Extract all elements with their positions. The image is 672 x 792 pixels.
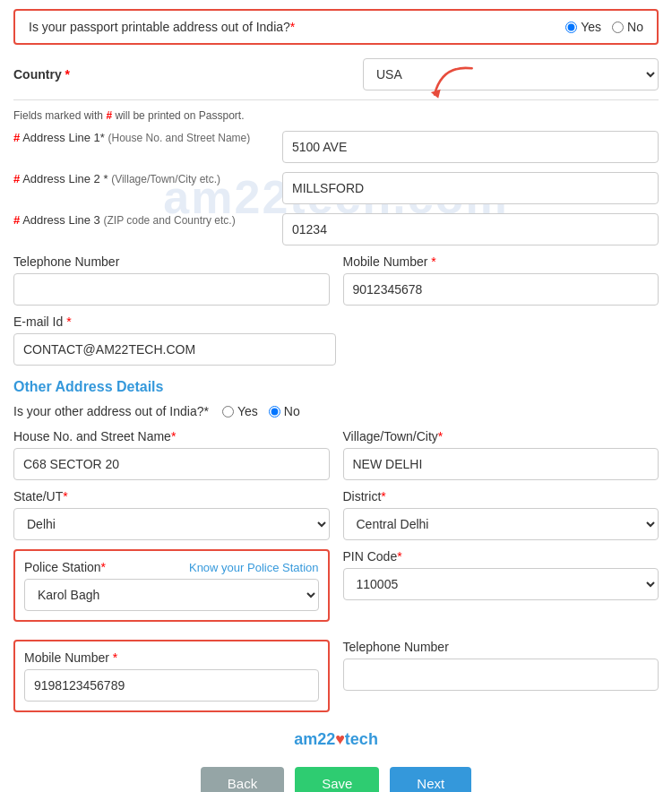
next-button[interactable]: Next	[390, 767, 471, 792]
back-button[interactable]: Back	[201, 767, 284, 792]
bottom-phone-row: Mobile Number * Telephone Number	[13, 640, 659, 721]
village-label: Village/Town/City*	[343, 429, 659, 443]
passport-question-text: Is your passport printable address out o…	[29, 20, 295, 34]
other-telephone-input[interactable]	[343, 659, 659, 691]
house-input[interactable]	[13, 448, 330, 480]
district-col: District* Central Delhi North Delhi Sout…	[343, 489, 659, 540]
know-police-link[interactable]: Know your Police Station	[189, 561, 319, 574]
police-station-label: Police Station*	[24, 560, 106, 574]
bottom-buttons: Back Save Next	[13, 767, 659, 792]
fields-note: Fields marked with # will be printed on …	[13, 109, 659, 122]
country-select-wrapper: USA India UK Canada Australia	[363, 58, 659, 90]
save-button[interactable]: Save	[295, 767, 379, 792]
state-district-row: State/UT* Delhi Maharashtra Karnataka Ta…	[13, 489, 659, 540]
other-address-question: Is your other address out of India?* Yes…	[13, 404, 659, 418]
phone-row: Telephone Number Mobile Number *	[13, 254, 659, 306]
mobile-highlighted-box: Mobile Number *	[13, 640, 330, 712]
address-line2-input[interactable]	[282, 172, 659, 204]
pin-code-select[interactable]: 110005 110001 110002 110003	[343, 568, 659, 600]
passport-no-radio[interactable]: No	[612, 20, 643, 34]
email-row: E-mail Id *	[13, 314, 336, 366]
country-select[interactable]: USA India UK Canada Australia	[363, 58, 659, 90]
country-label: Country *	[13, 67, 85, 82]
other-mobile-input[interactable]	[24, 669, 319, 702]
other-address-no-radio[interactable]: No	[269, 404, 300, 418]
mobile-input[interactable]	[343, 273, 659, 306]
house-col: House No. and Street Name*	[13, 429, 330, 480]
house-village-row: House No. and Street Name* Village/Town/…	[13, 429, 659, 480]
bottom-mobile-col: Mobile Number *	[13, 640, 330, 721]
address-line2-label: # Address Line 2 * (Village/Town/City et…	[13, 172, 282, 185]
police-station-select[interactable]: Karol Bagh Connaught Place Paharganj Cha…	[24, 579, 319, 611]
bottom-telephone-col: Telephone Number	[343, 640, 659, 721]
police-station-header: Police Station* Know your Police Station	[24, 560, 319, 574]
telephone-col: Telephone Number	[13, 254, 330, 306]
address-line3-input-wrapper	[282, 213, 659, 245]
mobile-col: Mobile Number *	[343, 254, 659, 306]
address-line1-input[interactable]	[282, 131, 659, 163]
police-station-box: Police Station* Know your Police Station…	[13, 549, 330, 622]
district-select[interactable]: Central Delhi North Delhi South Delhi Ea…	[343, 508, 659, 540]
police-pin-row: Police Station* Know your Police Station…	[13, 549, 659, 631]
state-label: State/UT*	[13, 489, 330, 504]
country-row: Country * USA India UK Canada Australia	[13, 58, 659, 90]
passport-yes-radio[interactable]: Yes	[565, 20, 601, 34]
email-label: E-mail Id *	[13, 314, 336, 329]
address-line2-row: # Address Line 2 * (Village/Town/City et…	[13, 172, 659, 204]
email-input[interactable]	[13, 333, 336, 366]
mobile-label: Mobile Number *	[343, 254, 659, 269]
other-telephone-label: Telephone Number	[343, 640, 659, 654]
state-select[interactable]: Delhi Maharashtra Karnataka Tamil Nadu G…	[13, 508, 330, 540]
passport-question-box: Is your passport printable address out o…	[13, 9, 659, 45]
other-mobile-label: Mobile Number *	[24, 650, 319, 665]
other-address-question-text: Is your other address out of India?*	[13, 404, 209, 418]
pin-label: PIN Code*	[343, 549, 659, 564]
address-line2-input-wrapper	[282, 172, 659, 204]
police-col: Police Station* Know your Police Station…	[13, 549, 330, 631]
other-address-yes-radio[interactable]: Yes	[222, 404, 258, 418]
telephone-input[interactable]	[13, 273, 330, 306]
address-line3-input[interactable]	[282, 213, 659, 245]
am22-brand: am22♥tech	[13, 730, 659, 749]
telephone-label: Telephone Number	[13, 254, 330, 269]
state-col: State/UT* Delhi Maharashtra Karnataka Ta…	[13, 489, 330, 540]
district-label: District*	[343, 489, 659, 504]
village-input[interactable]	[343, 448, 659, 480]
passport-radio-group: Yes No	[565, 20, 643, 34]
address-line3-row: # Address Line 3 (ZIP code and Country e…	[13, 213, 659, 245]
address-line1-input-wrapper	[282, 131, 659, 163]
address-line1-label: # Address Line 1* (House No. and Street …	[13, 131, 282, 144]
address-line1-row: # Address Line 1* (House No. and Street …	[13, 131, 659, 163]
pin-col: PIN Code* 110005 110001 110002 110003	[343, 549, 659, 631]
other-address-title: Other Address Details	[13, 379, 659, 395]
village-col: Village/Town/City*	[343, 429, 659, 480]
house-label: House No. and Street Name*	[13, 429, 330, 443]
other-address-radio-group: Yes No	[222, 404, 300, 418]
address-line3-label: # Address Line 3 (ZIP code and Country e…	[13, 213, 282, 227]
